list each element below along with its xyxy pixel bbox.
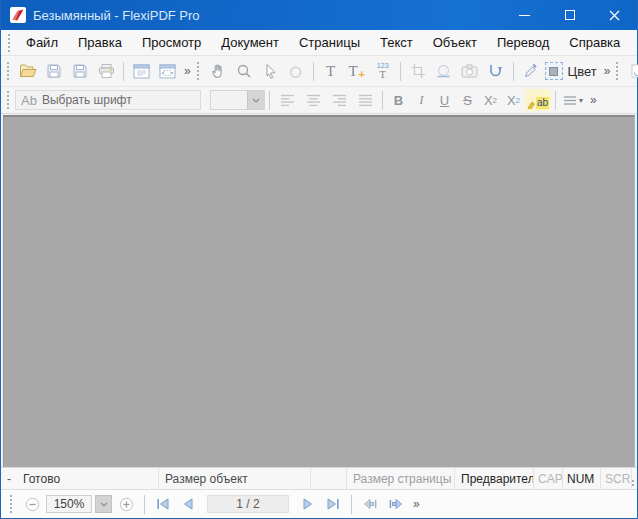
add-text-button[interactable]: T+ bbox=[344, 59, 370, 83]
menu-document[interactable]: Документ bbox=[211, 31, 289, 54]
strikethrough-button[interactable]: S bbox=[456, 89, 479, 111]
zoom-level-field[interactable]: 150% bbox=[46, 495, 92, 513]
menu-help[interactable]: Справка bbox=[559, 31, 630, 54]
menu-file[interactable]: Файл bbox=[16, 31, 68, 54]
menu-translate[interactable]: Перевод bbox=[487, 31, 559, 54]
status-scroll-lock: SCRL bbox=[601, 468, 632, 489]
underline-button[interactable]: U bbox=[433, 89, 456, 111]
reflow-icon bbox=[488, 63, 503, 79]
subscript-button[interactable]: X2 bbox=[502, 89, 525, 111]
toolbar-separator bbox=[313, 62, 314, 81]
toolbar-separator bbox=[123, 62, 124, 81]
crop-button[interactable] bbox=[405, 59, 431, 83]
zoom-in-icon bbox=[119, 497, 134, 512]
align-center-button[interactable] bbox=[300, 88, 326, 112]
next-page-icon bbox=[302, 498, 314, 510]
reflow-button[interactable] bbox=[483, 59, 509, 83]
minimize-button[interactable] bbox=[502, 0, 547, 30]
italic-button[interactable]: I bbox=[410, 89, 433, 111]
status-num-lock: NUM bbox=[563, 468, 601, 489]
chevron-down-icon bbox=[252, 98, 260, 103]
superscript-button[interactable]: X2 bbox=[479, 89, 502, 111]
font-size-dropdown[interactable] bbox=[247, 91, 264, 109]
first-page-button[interactable] bbox=[152, 493, 174, 515]
view-forward-button[interactable] bbox=[384, 493, 406, 515]
image-button[interactable] bbox=[431, 59, 457, 83]
numbering-icon: 123 T bbox=[377, 62, 389, 80]
close-button[interactable] bbox=[592, 0, 637, 30]
toolbar-overflow-chevron[interactable]: » bbox=[586, 93, 600, 107]
toolbar-grip[interactable] bbox=[197, 62, 199, 80]
status-resize-grip[interactable] bbox=[632, 468, 637, 489]
toolbar-overflow-chevron[interactable]: » bbox=[600, 64, 614, 78]
align-right-button[interactable] bbox=[326, 88, 352, 112]
toolbar-overflow-chevron[interactable]: » bbox=[409, 497, 423, 511]
color-picker-button[interactable] bbox=[518, 59, 544, 83]
save-button[interactable] bbox=[41, 59, 67, 83]
line-spacing-button[interactable]: ▾ bbox=[560, 88, 586, 112]
bold-button[interactable]: B bbox=[387, 89, 410, 111]
minimize-icon bbox=[519, 15, 530, 16]
hand-tool-button[interactable] bbox=[205, 59, 231, 83]
toolbar-grip[interactable] bbox=[10, 495, 12, 513]
highlight-button[interactable]: ab bbox=[525, 89, 551, 111]
page-thumbnails-button[interactable] bbox=[154, 59, 180, 83]
previous-page-button[interactable] bbox=[177, 493, 199, 515]
color-button[interactable]: Цвет bbox=[544, 59, 600, 83]
document-canvas[interactable] bbox=[3, 115, 635, 467]
bottom-toolbar: 150% 1 / 2 bbox=[1, 489, 637, 518]
open-button[interactable] bbox=[15, 59, 41, 83]
status-caps-lock: CAP bbox=[534, 468, 563, 489]
zoom-level-dropdown[interactable] bbox=[95, 495, 112, 513]
snapshot-button[interactable] bbox=[457, 59, 483, 83]
flexipdf-logo-icon bbox=[10, 7, 26, 23]
line-spacing-icon bbox=[563, 96, 577, 105]
superscript-base: X bbox=[484, 93, 493, 108]
save-as-button[interactable] bbox=[67, 59, 93, 83]
font-name-input[interactable] bbox=[42, 93, 172, 107]
select-tool-button[interactable] bbox=[257, 59, 283, 83]
toolbar-grip[interactable] bbox=[616, 62, 618, 80]
align-justify-button[interactable] bbox=[352, 88, 378, 112]
maximize-button[interactable] bbox=[547, 0, 592, 30]
zoom-tool-button[interactable] bbox=[231, 59, 257, 83]
next-page-button[interactable] bbox=[297, 493, 319, 515]
format-toolbar: Ab bbox=[1, 87, 637, 114]
view-back-button[interactable] bbox=[359, 493, 381, 515]
undo-button[interactable] bbox=[283, 59, 309, 83]
toolbar-separator bbox=[351, 495, 352, 514]
toolbar-overflow-chevron[interactable]: » bbox=[180, 64, 194, 78]
menu-edit[interactable]: Правка bbox=[68, 31, 132, 54]
menu-pages[interactable]: Страницы bbox=[289, 31, 370, 54]
print-icon bbox=[98, 63, 115, 79]
page-view-button[interactable] bbox=[128, 59, 154, 83]
edit-text-button[interactable]: T bbox=[318, 59, 344, 83]
page-indicator-field[interactable]: 1 / 2 bbox=[207, 495, 289, 513]
last-page-icon bbox=[326, 498, 340, 510]
font-select[interactable]: Ab bbox=[15, 90, 201, 110]
status-ready: - Готово bbox=[1, 468, 159, 489]
last-page-button[interactable] bbox=[322, 493, 344, 515]
align-center-icon bbox=[306, 94, 321, 107]
toolbar-grip[interactable] bbox=[7, 91, 9, 109]
paragraph-numbering-button[interactable]: 123 T bbox=[370, 59, 396, 83]
toolbar-separator bbox=[513, 62, 514, 81]
canvas-area bbox=[1, 114, 637, 467]
menu-object[interactable]: Объект bbox=[423, 31, 487, 54]
align-left-button[interactable] bbox=[274, 88, 300, 112]
color-button-label: Цвет bbox=[568, 64, 597, 79]
page-view-icon bbox=[133, 64, 150, 79]
chevron-down-icon bbox=[100, 502, 108, 507]
page-thumbnails-icon bbox=[159, 64, 176, 79]
zoom-out-button[interactable] bbox=[21, 493, 43, 515]
page-refresh-button[interactable] bbox=[624, 59, 638, 83]
toolbar-grip[interactable] bbox=[7, 62, 9, 80]
menu-text[interactable]: Текст bbox=[370, 31, 423, 54]
zoom-in-button[interactable] bbox=[115, 493, 137, 515]
save-icon bbox=[46, 63, 62, 79]
menubar-grip[interactable] bbox=[8, 34, 10, 52]
print-button[interactable] bbox=[93, 59, 119, 83]
font-size-select[interactable] bbox=[210, 90, 265, 110]
menu-view[interactable]: Просмотр bbox=[132, 31, 211, 54]
previous-page-icon bbox=[182, 498, 194, 510]
